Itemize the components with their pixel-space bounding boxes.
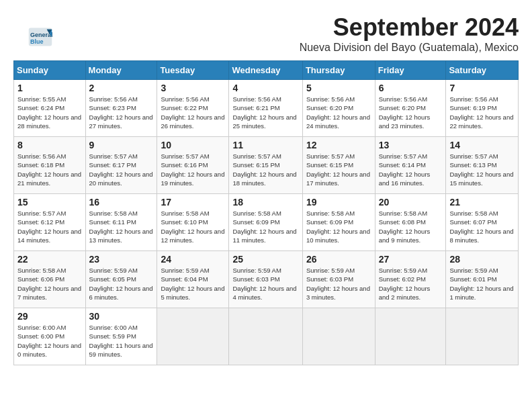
calendar-day-cell: 27Sunrise: 5:59 AMSunset: 6:02 PMDayligh… <box>375 251 446 308</box>
day-info: Sunrise: 5:58 AMSunset: 6:10 PMDaylight:… <box>161 209 225 244</box>
day-number: 21 <box>449 197 515 208</box>
calendar-day-cell <box>375 308 446 365</box>
day-number: 27 <box>379 254 443 265</box>
day-number: 13 <box>379 140 443 150</box>
col-monday: Monday <box>85 61 157 80</box>
calendar-day-cell: 13Sunrise: 5:57 AMSunset: 6:14 PMDayligh… <box>375 137 446 194</box>
calendar-day-cell: 6Sunrise: 5:56 AMSunset: 6:20 PMDaylight… <box>375 80 446 137</box>
day-info: Sunrise: 5:59 AMSunset: 6:02 PMDaylight:… <box>379 266 443 302</box>
col-friday: Friday <box>375 61 446 80</box>
calendar-header-row: Sunday Monday Tuesday Wednesday Thursday… <box>14 61 519 80</box>
day-info: Sunrise: 5:56 AMSunset: 6:18 PMDaylight:… <box>17 152 82 187</box>
day-number: 17 <box>161 197 225 208</box>
calendar-day-cell: 16Sunrise: 5:58 AMSunset: 6:11 PMDayligh… <box>85 194 157 251</box>
day-number: 8 <box>17 140 82 150</box>
day-number: 14 <box>449 140 515 150</box>
calendar-day-cell: 28Sunrise: 5:59 AMSunset: 6:01 PMDayligh… <box>446 251 519 308</box>
day-info: Sunrise: 5:58 AMSunset: 6:11 PMDaylight:… <box>89 209 154 244</box>
day-number: 22 <box>17 254 82 265</box>
day-number: 29 <box>17 311 82 322</box>
day-info: Sunrise: 5:59 AMSunset: 6:01 PMDaylight:… <box>449 266 515 302</box>
calendar-day-cell: 15Sunrise: 5:57 AMSunset: 6:12 PMDayligh… <box>14 194 86 251</box>
calendar-day-cell <box>302 308 375 365</box>
calendar-day-cell: 11Sunrise: 5:57 AMSunset: 6:15 PMDayligh… <box>229 137 302 194</box>
day-info: Sunrise: 5:58 AMSunset: 6:07 PMDaylight:… <box>449 209 515 244</box>
day-info: Sunrise: 5:59 AMSunset: 6:05 PMDaylight:… <box>89 266 154 302</box>
calendar-day-cell: 12Sunrise: 5:57 AMSunset: 6:15 PMDayligh… <box>302 137 375 194</box>
day-info: Sunrise: 6:00 AMSunset: 6:00 PMDaylight:… <box>17 323 82 359</box>
calendar-week-row: 8Sunrise: 5:56 AMSunset: 6:18 PMDaylight… <box>14 137 519 194</box>
calendar-week-row: 15Sunrise: 5:57 AMSunset: 6:12 PMDayligh… <box>14 194 519 251</box>
calendar-day-cell: 9Sunrise: 5:57 AMSunset: 6:17 PMDaylight… <box>85 137 157 194</box>
day-number: 25 <box>232 254 298 265</box>
calendar-day-cell: 19Sunrise: 5:58 AMSunset: 6:09 PMDayligh… <box>302 194 375 251</box>
day-info: Sunrise: 5:57 AMSunset: 6:14 PMDaylight:… <box>379 152 443 187</box>
header-section: September 2024 Nueva Division del Bayo (… <box>13 13 519 54</box>
day-info: Sunrise: 5:56 AMSunset: 6:20 PMDaylight:… <box>379 95 443 130</box>
logo: General Blue <box>27 27 54 47</box>
calendar-day-cell: 8Sunrise: 5:56 AMSunset: 6:18 PMDaylight… <box>14 137 86 194</box>
col-sunday: Sunday <box>14 61 86 80</box>
calendar-day-cell <box>157 308 229 365</box>
day-info: Sunrise: 5:56 AMSunset: 6:23 PMDaylight:… <box>89 95 154 130</box>
day-info: Sunrise: 5:57 AMSunset: 6:15 PMDaylight:… <box>306 152 371 187</box>
day-number: 7 <box>449 83 515 93</box>
calendar-day-cell <box>446 308 519 365</box>
calendar-day-cell: 22Sunrise: 5:58 AMSunset: 6:06 PMDayligh… <box>14 251 86 308</box>
day-info: Sunrise: 5:57 AMSunset: 6:16 PMDaylight:… <box>161 152 225 187</box>
day-info: Sunrise: 5:58 AMSunset: 6:09 PMDaylight:… <box>306 209 371 244</box>
calendar-day-cell: 30Sunrise: 6:00 AMSunset: 5:59 PMDayligh… <box>85 308 157 365</box>
svg-text:Blue: Blue <box>30 38 44 45</box>
day-number: 20 <box>379 197 443 208</box>
day-info: Sunrise: 5:59 AMSunset: 6:03 PMDaylight:… <box>306 266 371 302</box>
day-info: Sunrise: 5:58 AMSunset: 6:08 PMDaylight:… <box>379 209 443 244</box>
day-info: Sunrise: 5:57 AMSunset: 6:17 PMDaylight:… <box>89 152 154 187</box>
day-number: 9 <box>89 140 154 150</box>
calendar-day-cell: 3Sunrise: 5:56 AMSunset: 6:22 PMDaylight… <box>157 80 229 137</box>
day-info: Sunrise: 5:58 AMSunset: 6:06 PMDaylight:… <box>17 266 82 302</box>
col-thursday: Thursday <box>302 61 375 80</box>
col-saturday: Saturday <box>446 61 519 80</box>
day-number: 26 <box>306 254 371 265</box>
calendar-day-cell: 18Sunrise: 5:58 AMSunset: 6:09 PMDayligh… <box>229 194 302 251</box>
calendar-day-cell: 23Sunrise: 5:59 AMSunset: 6:05 PMDayligh… <box>85 251 157 308</box>
calendar-day-cell <box>229 308 302 365</box>
calendar-day-cell: 21Sunrise: 5:58 AMSunset: 6:07 PMDayligh… <box>446 194 519 251</box>
day-info: Sunrise: 5:57 AMSunset: 6:13 PMDaylight:… <box>449 152 515 187</box>
day-info: Sunrise: 5:56 AMSunset: 6:22 PMDaylight:… <box>161 95 225 130</box>
calendar-day-cell: 14Sunrise: 5:57 AMSunset: 6:13 PMDayligh… <box>446 137 519 194</box>
calendar-day-cell: 24Sunrise: 5:59 AMSunset: 6:04 PMDayligh… <box>157 251 229 308</box>
calendar-day-cell: 1Sunrise: 5:55 AMSunset: 6:24 PMDaylight… <box>14 80 86 137</box>
day-number: 18 <box>232 197 298 208</box>
day-number: 2 <box>89 83 154 93</box>
month-year-title: September 2024 <box>13 13 519 42</box>
calendar-day-cell: 4Sunrise: 5:56 AMSunset: 6:21 PMDaylight… <box>229 80 302 137</box>
calendar-table: Sunday Monday Tuesday Wednesday Thursday… <box>13 60 519 365</box>
calendar-day-cell: 10Sunrise: 5:57 AMSunset: 6:16 PMDayligh… <box>157 137 229 194</box>
col-tuesday: Tuesday <box>157 61 229 80</box>
day-number: 11 <box>232 140 298 150</box>
day-info: Sunrise: 5:56 AMSunset: 6:21 PMDaylight:… <box>232 95 298 130</box>
day-info: Sunrise: 6:00 AMSunset: 5:59 PMDaylight:… <box>89 323 154 359</box>
day-info: Sunrise: 5:59 AMSunset: 6:03 PMDaylight:… <box>232 266 298 302</box>
logo-icon: General Blue <box>27 27 54 47</box>
day-number: 19 <box>306 197 371 208</box>
day-number: 1 <box>17 83 82 93</box>
day-info: Sunrise: 5:57 AMSunset: 6:15 PMDaylight:… <box>232 152 298 187</box>
day-number: 4 <box>232 83 298 93</box>
day-info: Sunrise: 5:55 AMSunset: 6:24 PMDaylight:… <box>17 95 82 130</box>
day-number: 16 <box>89 197 154 208</box>
day-number: 6 <box>379 83 443 93</box>
calendar-day-cell: 5Sunrise: 5:56 AMSunset: 6:20 PMDaylight… <box>302 80 375 137</box>
calendar-day-cell: 20Sunrise: 5:58 AMSunset: 6:08 PMDayligh… <box>375 194 446 251</box>
calendar-day-cell: 26Sunrise: 5:59 AMSunset: 6:03 PMDayligh… <box>302 251 375 308</box>
day-number: 3 <box>161 83 225 93</box>
calendar-day-cell: 25Sunrise: 5:59 AMSunset: 6:03 PMDayligh… <box>229 251 302 308</box>
calendar-day-cell: 7Sunrise: 5:56 AMSunset: 6:19 PMDaylight… <box>446 80 519 137</box>
day-number: 23 <box>89 254 154 265</box>
calendar-week-row: 22Sunrise: 5:58 AMSunset: 6:06 PMDayligh… <box>14 251 519 308</box>
day-info: Sunrise: 5:59 AMSunset: 6:04 PMDaylight:… <box>161 266 225 302</box>
day-number: 12 <box>306 140 371 150</box>
location-subtitle: Nueva Division del Bayo (Guatemala), Mex… <box>13 42 519 54</box>
day-number: 24 <box>161 254 225 265</box>
